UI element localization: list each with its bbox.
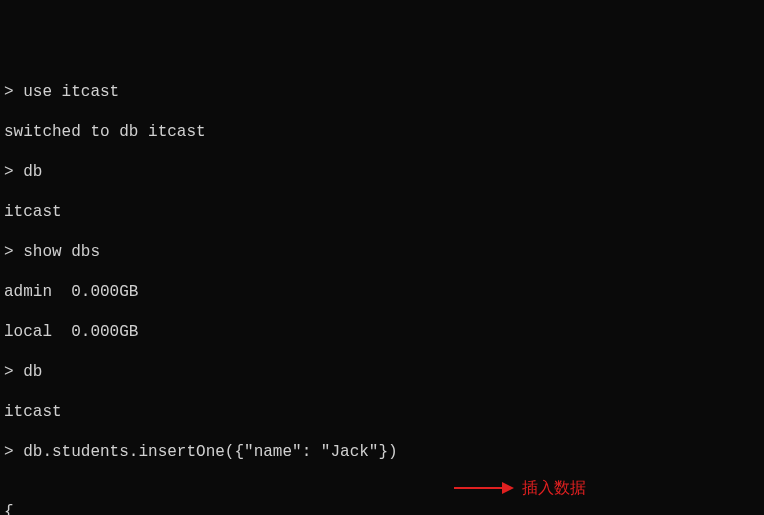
cmd-db[interactable]: > db: [4, 363, 42, 381]
cmd-use[interactable]: > use itcast: [4, 83, 119, 101]
cmd-insert-one[interactable]: > db.students.insertOne({"name": "Jack"}…: [4, 443, 398, 461]
output-admin: admin 0.000GB: [4, 283, 138, 301]
terminal-line: itcast: [4, 202, 760, 222]
terminal-line: > use itcast: [4, 82, 760, 102]
output-dbname: itcast: [4, 403, 62, 421]
terminal-line: itcast: [4, 402, 760, 422]
output-local: local 0.000GB: [4, 323, 138, 341]
svg-marker-1: [502, 482, 514, 494]
annotation-text: 插入数据: [522, 478, 586, 498]
terminal-line: > db: [4, 362, 760, 382]
terminal-line: > db: [4, 162, 760, 182]
output-switched: switched to db itcast: [4, 123, 206, 141]
terminal-line: > show dbs: [4, 242, 760, 262]
output-brace-open: {: [4, 503, 14, 515]
terminal-line: local 0.000GB: [4, 322, 760, 342]
terminal-line: admin 0.000GB: [4, 282, 760, 302]
cmd-db[interactable]: > db: [4, 163, 42, 181]
cmd-show-dbs[interactable]: > show dbs: [4, 243, 100, 261]
terminal-line: {: [4, 502, 760, 515]
terminal-line: switched to db itcast: [4, 122, 760, 142]
terminal-line: > db.students.insertOne({"name": "Jack"}…: [4, 442, 760, 482]
output-dbname: itcast: [4, 203, 62, 221]
